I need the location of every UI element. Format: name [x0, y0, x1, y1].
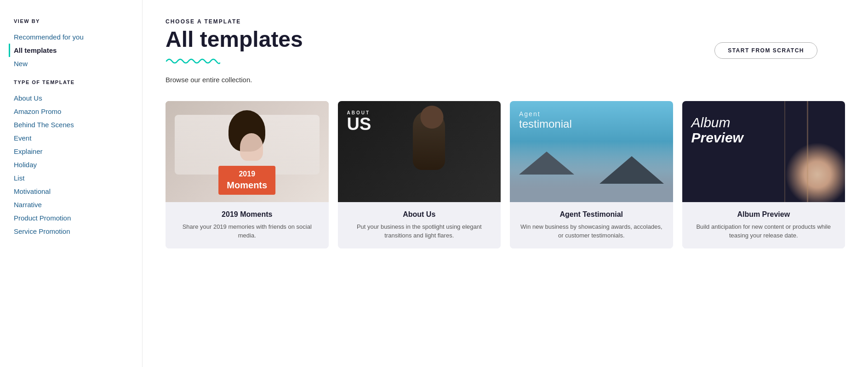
- card-title-moments: 2019 Moments: [173, 210, 321, 219]
- sidebar-item-event[interactable]: Event: [14, 131, 128, 145]
- card-image-about-us: ABOUT US: [338, 101, 501, 202]
- card-title-agent: Agent Testimonial: [517, 210, 666, 219]
- card-info-album: Album Preview Build anticipation for new…: [682, 202, 845, 248]
- templates-grid: 2019 Moments 2019 Moments Share your 201…: [166, 101, 845, 248]
- sidebar-item-recommended[interactable]: Recommended for you: [14, 30, 128, 44]
- type-label: TYPE OF TEMPLATE: [14, 79, 128, 85]
- card-title-album: Album Preview: [690, 210, 838, 219]
- card-desc-about-us: Put your business in the spotlight using…: [345, 222, 494, 240]
- start-from-scratch-button[interactable]: START FROM SCRATCH: [714, 42, 817, 59]
- card-desc-moments: Share your 2019 memories with friends on…: [173, 222, 321, 240]
- card-info-moments: 2019 Moments Share your 2019 memories wi…: [166, 202, 329, 248]
- moments-badge: 2019 Moments: [218, 166, 275, 195]
- sidebar-item-holiday[interactable]: Holiday: [14, 158, 128, 171]
- card-desc-agent: Win new business by showcasing awards, a…: [517, 222, 666, 240]
- sidebar-item-service-promotion[interactable]: Service Promotion: [14, 225, 128, 238]
- sidebar-item-product-promotion[interactable]: Product Promotion: [14, 211, 128, 225]
- sidebar-item-narrative[interactable]: Narrative: [14, 198, 128, 211]
- sidebar-item-list[interactable]: List: [14, 171, 128, 185]
- sidebar-item-motivational[interactable]: Motivational: [14, 185, 128, 198]
- sidebar-item-all-templates[interactable]: All templates: [9, 44, 128, 57]
- browse-text: Browse our entire collection.: [166, 76, 845, 84]
- sidebar-item-new[interactable]: New: [14, 57, 128, 70]
- choose-label: CHOOSE A TEMPLATE: [166, 18, 845, 25]
- card-info-agent: Agent Testimonial Win new business by sh…: [510, 202, 673, 248]
- album-text: Album Preview: [691, 115, 743, 145]
- card-info-about-us: About Us Put your business in the spotli…: [338, 202, 501, 248]
- sidebar-item-behind-scenes[interactable]: Behind The Scenes: [14, 118, 128, 131]
- sidebar-nav: Recommended for you All templates New: [14, 30, 128, 70]
- card-image-moments: 2019 Moments: [166, 101, 329, 202]
- sidebar-item-explainer[interactable]: Explainer: [14, 145, 128, 158]
- sidebar-item-amazon-promo[interactable]: Amazon Promo: [14, 105, 128, 118]
- about-us-overlay: ABOUT US: [347, 110, 371, 133]
- card-desc-album: Build anticipation for new content or pr…: [690, 222, 838, 240]
- template-card-about-us[interactable]: ABOUT US About Us Put your business in t…: [338, 101, 501, 248]
- main-content: CHOOSE A TEMPLATE All templates Browse o…: [143, 0, 868, 367]
- template-card-album[interactable]: Album Preview Album Preview Build antici…: [682, 101, 845, 248]
- view-by-label: VIEW BY: [14, 18, 128, 24]
- template-card-agent[interactable]: Agent testimonial Agent Testimonial Win …: [510, 101, 673, 248]
- header-area: CHOOSE A TEMPLATE All templates Browse o…: [166, 18, 845, 96]
- sidebar-item-about-us[interactable]: About Us: [14, 91, 128, 105]
- template-card-moments[interactable]: 2019 Moments 2019 Moments Share your 201…: [166, 101, 329, 248]
- card-image-agent: Agent testimonial: [510, 101, 673, 202]
- card-title-about-us: About Us: [345, 210, 494, 219]
- sidebar: VIEW BY Recommended for you All template…: [0, 0, 143, 367]
- card-image-album: Album Preview: [682, 101, 845, 202]
- sidebar-type-nav: About Us Amazon Promo Behind The Scenes …: [14, 91, 128, 238]
